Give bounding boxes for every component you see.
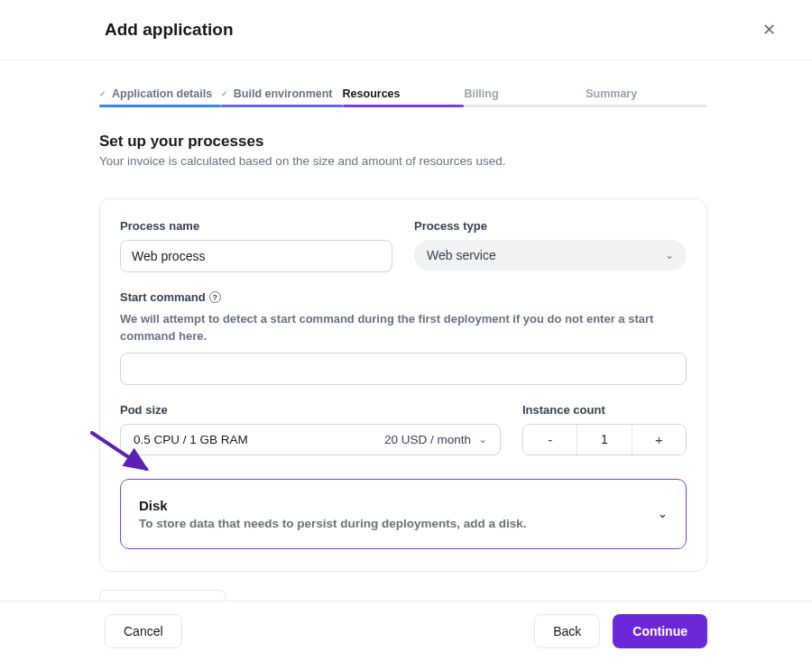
check-icon: ✓ (221, 89, 228, 98)
disk-description: To store data that needs to persist duri… (139, 517, 527, 530)
pod-size-label: Pod size (120, 403, 501, 417)
step-label: Summary (586, 87, 637, 100)
chevron-down-icon: ⌄ (665, 249, 674, 262)
instance-count-label: Instance count (522, 403, 687, 417)
section-title: Set up your processes (99, 133, 707, 151)
process-name-input[interactable] (120, 240, 392, 272)
step-application-details[interactable]: ✓ Application details (99, 80, 221, 107)
process-name-label: Process name (120, 219, 392, 233)
modal-title: Add application (105, 20, 234, 40)
instance-count-value: 1 (577, 425, 632, 454)
start-command-label: Start command ? (120, 290, 687, 304)
step-label: Build environment (234, 87, 333, 100)
start-command-helper: We will attempt to detect a start comman… (120, 311, 687, 345)
step-label: Application details (112, 87, 212, 100)
help-icon[interactable]: ? (209, 291, 221, 303)
instance-count-stepper: - 1 + (522, 424, 687, 455)
chevron-down-icon: ⌄ (658, 507, 668, 520)
close-button[interactable]: ✕ (759, 18, 780, 41)
section-description: Your invoice is calculated based on the … (99, 154, 707, 168)
instance-increment-button[interactable]: + (632, 425, 686, 454)
step-label: Billing (464, 87, 498, 100)
chevron-down-icon: ⌄ (478, 433, 487, 445)
process-type-label: Process type (414, 219, 687, 233)
disk-title: Disk (139, 498, 527, 513)
pod-size-value: 0.5 CPU / 1 GB RAM (134, 433, 248, 446)
footer: Cancel Back Continue (0, 601, 812, 661)
step-label: Resources (343, 87, 401, 100)
close-icon: ✕ (762, 21, 776, 39)
instance-decrement-button[interactable]: - (523, 425, 577, 454)
step-resources[interactable]: Resources (343, 80, 465, 107)
check-icon: ✓ (99, 89, 106, 98)
cancel-button[interactable]: Cancel (105, 614, 182, 648)
pod-size-select[interactable]: 0.5 CPU / 1 GB RAM 20 USD / month ⌄ (120, 424, 501, 455)
pod-size-price: 20 USD / month (384, 433, 471, 446)
continue-button[interactable]: Continue (613, 614, 707, 648)
process-type-value: Web service (427, 248, 496, 262)
stepper: ✓ Application details ✓ Build environmen… (99, 80, 707, 107)
process-card: Process name Process type Web service ⌄ … (99, 198, 707, 572)
step-billing[interactable]: Billing (464, 80, 586, 107)
start-command-input[interactable] (120, 353, 687, 385)
back-button[interactable]: Back (534, 614, 600, 648)
step-build-environment[interactable]: ✓ Build environment (221, 80, 343, 107)
disk-panel[interactable]: Disk To store data that needs to persist… (120, 479, 687, 549)
process-type-select[interactable]: Web service ⌄ (414, 240, 687, 271)
step-summary[interactable]: Summary (586, 80, 707, 107)
